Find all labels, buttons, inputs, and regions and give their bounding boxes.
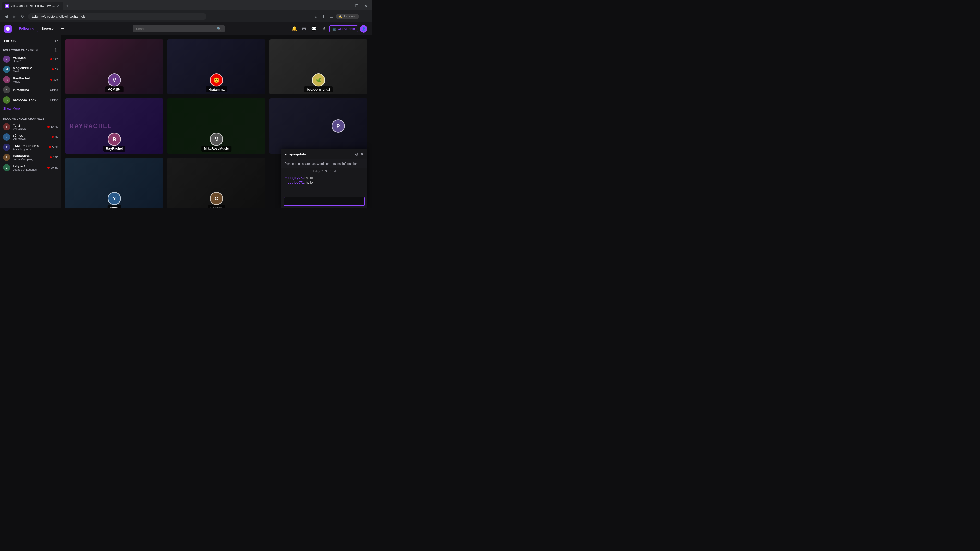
channel-name-rayrachel: RayRachel [13, 76, 48, 80]
username-overlay-yowe: yowe [108, 205, 121, 208]
channel-item-loltyler1[interactable]: L loltyler1 League of Legends 20.8K [0, 162, 61, 173]
channel-info-s0mcs: s0mcs VALORANT [13, 134, 49, 141]
user-avatar-button[interactable]: 👤 [360, 25, 368, 33]
download-icon[interactable]: ⬇ [321, 13, 327, 21]
cast-icon[interactable]: ▭ [328, 13, 335, 21]
username-overlay-caedrel: Caedrel [208, 205, 225, 208]
sidebar: For You ↩ FOLLOWED CHANNELS ⇅ V VCM354 D… [0, 35, 61, 208]
channel-info-vcm354: VCM354 Dota 2 [13, 56, 48, 63]
nav-browse[interactable]: Browse [38, 25, 57, 32]
active-tab[interactable]: All Channels You Follow - Twit... ✕ [2, 2, 63, 10]
restore-button[interactable]: ❐ [353, 3, 360, 9]
close-button[interactable]: ✕ [363, 3, 369, 9]
show-more-button[interactable]: Show More [0, 105, 61, 112]
avatar-overlay-yowe: Y [108, 192, 121, 205]
channel-game-s0mcs: VALORANT [13, 138, 49, 141]
stream-card-betboom[interactable]: 🌿 betboom_eng2 [269, 39, 368, 94]
address-bar: ◀ ▶ ↻ twitch.tv/directory/following/chan… [0, 10, 372, 22]
inbox-icon[interactable]: 💬 [310, 24, 318, 33]
username-overlay-vcm354: VCM354 [105, 86, 124, 92]
browser-chrome: All Channels You Follow - Twit... ✕ + ─ … [0, 0, 372, 22]
chat-message-1: moodjoy071: hello [285, 176, 364, 179]
new-tab-button[interactable]: + [64, 2, 71, 10]
live-dot-s0mcs [52, 136, 54, 138]
search-input[interactable] [133, 25, 213, 32]
live-dot-rayrachel [50, 79, 52, 81]
bookmark-icon[interactable]: ☆ [313, 13, 320, 21]
channel-name-tenz: TenZ [13, 124, 45, 127]
channel-game-ironmouse: Lethal Company [13, 158, 47, 161]
chat-username: solapsapdota [285, 152, 306, 156]
channel-info-kkatamina: kkatamina [13, 88, 47, 92]
channel-avatar-vcm354: V [3, 56, 10, 63]
chat-input-area [281, 195, 367, 208]
recommended-title: RECOMMENDED CHANNELS [3, 117, 45, 120]
stream-card-vcm354[interactable]: V VCM354 [65, 39, 163, 94]
chat-message-user-1: moodjoy071 [285, 176, 304, 179]
reload-button[interactable]: ↻ [19, 13, 26, 20]
channel-item-kkatamina[interactable]: K kkatamina Offline [0, 85, 61, 95]
twitch-logo[interactable] [4, 25, 12, 33]
minimize-button[interactable]: ─ [344, 3, 351, 9]
channel-item-tenz[interactable]: T TenZ VALORANT 12.2K [0, 122, 61, 132]
channel-avatar-s0mcs: S [3, 133, 10, 141]
channel-game-vcm354: Dota 2 [13, 60, 48, 63]
notifications-icon[interactable]: 🔔 [290, 24, 299, 33]
crown-icon[interactable]: ♛ [320, 24, 328, 33]
browser-menu-button[interactable]: ⋮ [360, 13, 369, 20]
search-button[interactable]: 🔍 [213, 25, 224, 32]
collapse-sidebar-icon[interactable]: ↩ [55, 38, 58, 43]
for-you-item[interactable]: For You [4, 39, 54, 43]
username-overlay-rayrachel: RayRachel [103, 146, 125, 151]
avatar-overlay-caedrel: C [210, 192, 223, 205]
url-bar[interactable]: twitch.tv/directory/following/channels [28, 13, 207, 20]
tab-title: All Channels You Follow - Twit... [11, 4, 55, 8]
channel-avatar-loltyler1: L [3, 164, 10, 171]
sort-channels-icon[interactable]: ⇅ [55, 48, 58, 52]
channel-game-magic899tv: Music [13, 70, 49, 73]
username-overlay-betboom: betboom_eng2 [304, 86, 333, 92]
stream-card-rayrachel[interactable]: RAYRACHEL R RayRachel [65, 98, 163, 154]
for-you-label: For You [4, 39, 16, 43]
stream-card-solaps[interactable]: P [269, 98, 368, 154]
channel-info-rayrachel: RayRachel Music [13, 76, 48, 83]
channel-item-vcm354[interactable]: V VCM354 Dota 2 142 [0, 54, 61, 64]
channel-name-vcm354: VCM354 [13, 56, 48, 60]
chat-messages: moodjoy071: hello moodjoy071: hello [281, 174, 367, 195]
channel-item-s0mcs[interactable]: S s0mcs VALORANT 8K [0, 132, 61, 142]
channel-viewers-ironmouse: 18K [50, 156, 58, 159]
live-dot-tsm [49, 146, 51, 148]
stream-card-kkatamina[interactable]: 😊 kkatamina [167, 39, 266, 94]
channel-item-betboom[interactable]: B betboom_eng2 Offline [0, 95, 61, 105]
channel-info-betboom: betboom_eng2 [13, 98, 47, 102]
nav-following[interactable]: Following [16, 25, 38, 32]
channel-game-rayrachel: Music [13, 80, 48, 83]
stream-card-caedrel[interactable]: C Caedrel [167, 158, 266, 208]
main-content: For You ↩ FOLLOWED CHANNELS ⇅ V VCM354 D… [0, 35, 372, 208]
channel-item-rayrachel[interactable]: R RayRachel Music 399 [0, 75, 61, 85]
tab-close-button[interactable]: ✕ [57, 4, 60, 8]
channel-avatar-magic899tv: M [3, 66, 10, 73]
recommended-section: RECOMMENDED CHANNELS T TenZ VALORANT 12.… [0, 114, 61, 173]
stream-card-yowe[interactable]: Y yowe [65, 158, 163, 208]
stream-card-mikarose[interactable]: M MikaRoseMusic [167, 98, 266, 154]
stream-thumbnail-betboom: 🌿 betboom_eng2 [269, 39, 368, 94]
live-dot-vcm354 [50, 58, 52, 60]
forward-button[interactable]: ▶ [11, 13, 18, 20]
channel-name-betboom: betboom_eng2 [13, 98, 47, 102]
followed-channels-list: V VCM354 Dota 2 142 M Magic899TV Mu [0, 54, 61, 105]
channel-item-tsm[interactable]: T TSM_ImperialHal Apex Legends 5.3K [0, 142, 61, 152]
chat-settings-icon[interactable]: ⚙ [355, 152, 358, 157]
channel-avatar-tsm: T [3, 144, 10, 151]
channel-item-ironmouse[interactable]: I ironmouse Lethal Company 18K [0, 152, 61, 162]
chat-close-button[interactable]: ✕ [360, 152, 364, 157]
messages-icon[interactable]: ✉ [301, 24, 307, 33]
channel-item-magic899tv[interactable]: M Magic899TV Music 59 [0, 64, 61, 75]
get-ad-free-button[interactable]: 📺 Get Ad-Free [329, 25, 358, 32]
chat-input[interactable] [283, 197, 365, 206]
stream-thumbnail-yowe: Y yowe [65, 158, 163, 208]
content-area: V VCM354 😊 kkatamina [61, 35, 372, 208]
back-button[interactable]: ◀ [3, 13, 9, 20]
nav-more-button[interactable]: ••• [58, 25, 67, 32]
incognito-badge[interactable]: 🕵 Incognito [336, 14, 359, 19]
